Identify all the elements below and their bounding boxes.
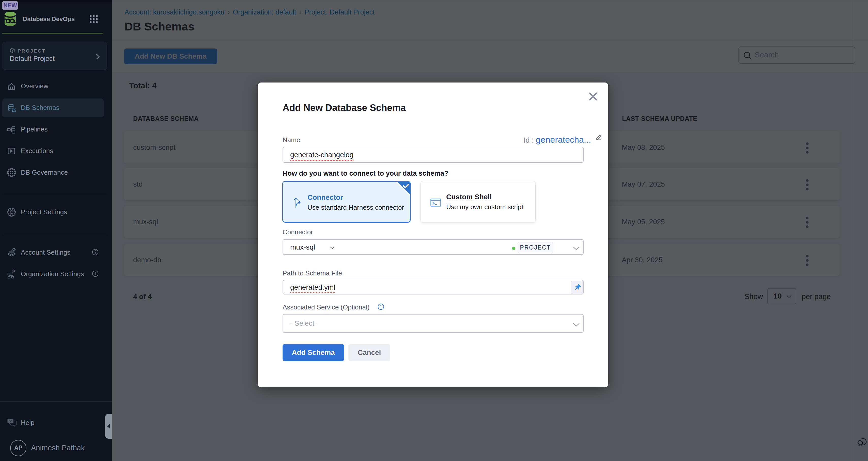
svg-text:?: ? — [9, 419, 12, 423]
